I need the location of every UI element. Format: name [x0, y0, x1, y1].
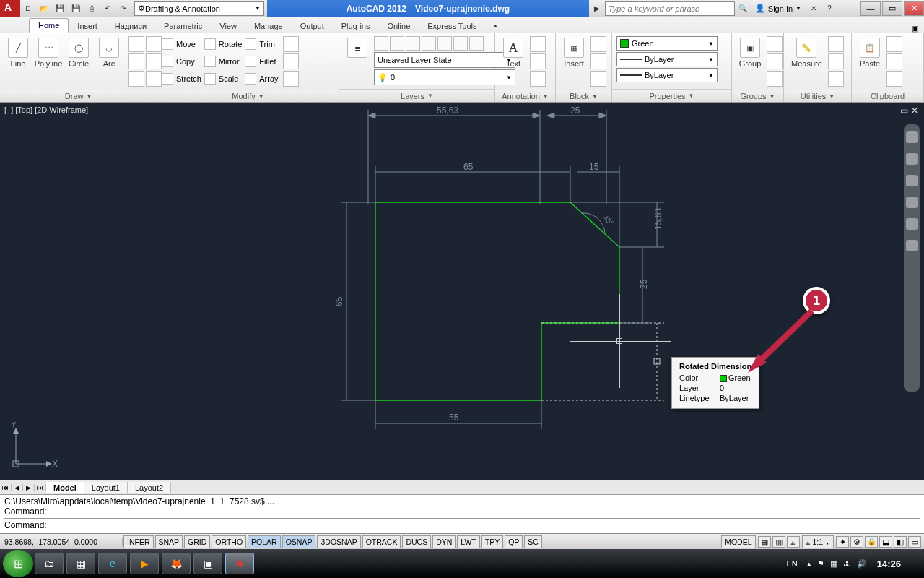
exchange-icon[interactable]: ✕ — [806, 1, 821, 16]
doc-maximize-button[interactable]: ▭ — [900, 105, 908, 116]
taskbar-autocad[interactable]: A — [225, 553, 254, 574]
toggle-otrack[interactable]: OTRACK — [362, 535, 401, 548]
annovis-icon[interactable]: ✦ — [836, 536, 849, 548]
show-desktop-button[interactable] — [907, 553, 914, 574]
linetype-dropdown[interactable]: ByLayer▼ — [616, 52, 718, 66]
panel-title-annotation[interactable]: Annotation▼ — [495, 90, 555, 102]
title-chevron-icon[interactable]: ▶ — [590, 1, 604, 16]
array-button[interactable]: Array — [245, 71, 278, 87]
tab-plugins[interactable]: Plug-ins — [333, 20, 379, 33]
rectangle-button[interactable] — [128, 36, 144, 52]
offset-button[interactable] — [283, 71, 299, 87]
window-minimize-button[interactable]: — — [860, 1, 881, 16]
rotate-button[interactable]: Rotate — [204, 36, 242, 52]
layout-nav-next[interactable]: ▶ — [23, 484, 35, 491]
tray-network-icon[interactable]: 🖧 — [843, 559, 851, 568]
grid-display-icon[interactable]: ▦ — [758, 536, 771, 548]
panel-title-properties[interactable]: Properties▼ — [612, 89, 731, 102]
group-select-button[interactable] — [767, 71, 783, 87]
id-point-button[interactable] — [828, 71, 844, 87]
doc-minimize-button[interactable]: — — [889, 105, 897, 116]
panel-title-utilities[interactable]: Utilities▼ — [784, 90, 851, 102]
zoom-icon[interactable] — [906, 197, 918, 208]
dim-linear-button[interactable] — [530, 36, 546, 52]
toggle-dyn[interactable]: DYN — [432, 535, 456, 548]
select-all-button[interactable] — [828, 36, 844, 52]
leader-button[interactable] — [530, 53, 546, 69]
viewport-label[interactable]: [–] [Top] [2D Wireframe] — [4, 105, 88, 114]
ellipse-button[interactable] — [128, 53, 144, 69]
color-dropdown[interactable]: Green▼ — [616, 36, 718, 51]
start-button[interactable]: ⊞ — [3, 550, 33, 577]
copy-clip-button[interactable] — [886, 53, 902, 69]
showmotion-icon[interactable] — [906, 240, 918, 251]
quickview-icon[interactable]: ▥ — [772, 536, 785, 548]
layout-tab-model[interactable]: Model — [46, 482, 84, 493]
window-maximize-button[interactable]: ▭ — [882, 1, 902, 16]
toggle-snap[interactable]: SNAP — [155, 535, 183, 548]
toggle-ducs[interactable]: DUCS — [402, 535, 431, 548]
command-window[interactable]: C:\Users\Miro\appdata\local\temp\Video7-… — [0, 494, 924, 533]
layer-tool-6[interactable] — [453, 36, 468, 51]
toggle-ortho[interactable]: ORTHO — [212, 535, 246, 548]
drawing-canvas[interactable]: 55,63 25 65 15 15,63 25 45° 65 55 — [0, 103, 924, 480]
stretch-button[interactable]: Stretch — [162, 71, 201, 87]
layer-tool-1[interactable] — [374, 36, 388, 51]
toolbar-lock-icon[interactable]: 🔒 — [865, 536, 878, 548]
layer-tool-4[interactable] — [422, 36, 436, 51]
copy-button[interactable]: Copy — [162, 53, 201, 69]
qat-plot-icon[interactable]: ⎙ — [84, 1, 99, 16]
move-button[interactable]: Move — [162, 36, 201, 52]
viewcube-icon[interactable] — [906, 131, 918, 143]
table-button[interactable] — [530, 71, 546, 87]
tray-volume-icon[interactable]: 🔊 — [857, 559, 867, 569]
toggle-3dosnap[interactable]: 3DOSNAP — [317, 535, 360, 548]
layout-tab-1[interactable]: Layout1 — [84, 482, 128, 493]
taskbar-mediaplayer[interactable]: ▶ — [130, 553, 159, 574]
ungroup-button[interactable] — [767, 36, 783, 52]
toggle-qp[interactable]: QP — [505, 535, 523, 548]
layer-tool-5[interactable] — [437, 36, 452, 51]
group-button[interactable]: ▣Group — [736, 36, 764, 69]
tab-express[interactable]: Express Tools — [419, 20, 485, 33]
coordinates-readout[interactable]: 93.8698, -178.0054, 0.0000 — [0, 538, 123, 546]
toggle-polar[interactable]: POLAR — [248, 535, 281, 548]
create-block-button[interactable] — [590, 36, 606, 52]
panel-title-draw[interactable]: Draw▼ — [0, 90, 157, 102]
current-layer-dropdown[interactable]: 💡0▼ — [374, 69, 515, 85]
tab-manage[interactable]: Manage — [245, 20, 292, 33]
measure-button[interactable]: 📏Measure — [788, 36, 825, 69]
window-close-button[interactable]: ✕ — [904, 1, 924, 16]
group-edit-button[interactable] — [767, 53, 783, 69]
layer-tool-7[interactable] — [469, 36, 484, 51]
point-button[interactable] — [128, 71, 144, 87]
paste-button[interactable]: 📋Paste — [856, 36, 884, 69]
search-go-icon[interactable]: 🔍 — [736, 1, 750, 16]
toggle-lwt[interactable]: LWT — [457, 535, 479, 548]
tab-online[interactable]: Online — [378, 20, 419, 33]
orbit-icon[interactable] — [906, 218, 918, 230]
cmd-prompt[interactable]: Command: — [4, 520, 920, 530]
tab-view[interactable]: View — [211, 20, 245, 33]
taskbar-firefox[interactable]: 🦊 — [162, 553, 191, 574]
panel-title-block[interactable]: Block▼ — [556, 90, 611, 102]
taskbar-ie[interactable]: e — [98, 553, 127, 574]
toggle-osnap[interactable]: OSNAP — [282, 535, 316, 548]
polyline-button[interactable]: 〰Polyline — [35, 36, 62, 69]
qat-new-icon[interactable]: 🗋 — [21, 1, 35, 16]
qat-save-icon[interactable]: 💾 — [53, 1, 67, 16]
edit-block-button[interactable] — [590, 53, 606, 69]
tray-action-center-icon[interactable]: ⚑ — [817, 559, 824, 569]
annotation-scale[interactable]: ⟁ 1:1 ▾ — [802, 535, 834, 548]
doc-close-button[interactable]: ✕ — [911, 105, 918, 116]
annoscale-icon[interactable]: ⟁ — [787, 536, 800, 548]
navigation-bar[interactable] — [904, 124, 920, 392]
qat-undo-icon[interactable]: ↶ — [100, 1, 115, 16]
ribbon-minimize-button[interactable]: ▣ — [912, 25, 924, 33]
clean-screen-icon[interactable]: ▭ — [908, 536, 921, 548]
isolate-icon[interactable]: ◧ — [894, 536, 907, 548]
qat-saveas-icon[interactable]: 💾 — [69, 1, 83, 16]
line-button[interactable]: ╱Line — [4, 36, 32, 69]
qat-redo-icon[interactable]: ↷ — [116, 1, 131, 16]
workspace-dropdown[interactable]: ⚙ Drafting & Annotation ▼ — [134, 1, 264, 16]
